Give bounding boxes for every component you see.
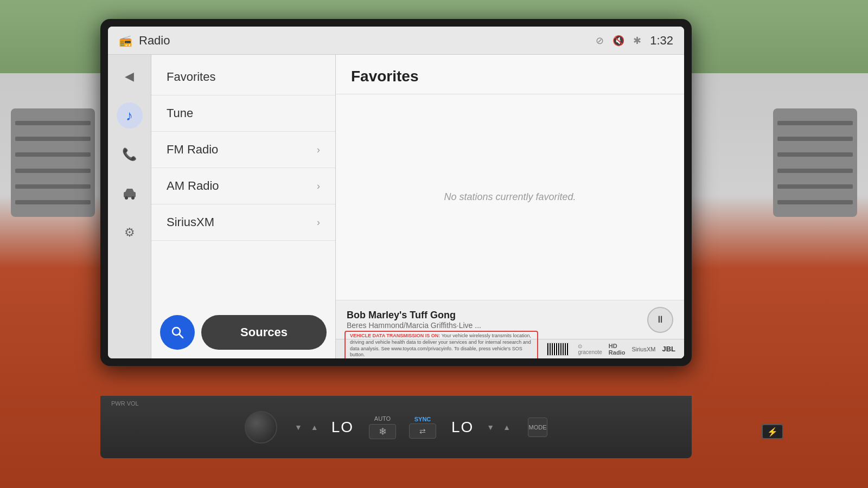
temp-arrow-up-left[interactable]: ▲ <box>311 423 318 432</box>
barcode <box>547 343 569 356</box>
notice-box: VEHICLE DATA TRANSMISSION IS ON: Your ve… <box>344 331 538 358</box>
menu-items-list: Favorites Tune FM Radio › AM Radio › Sir <box>151 55 335 306</box>
right-vent <box>773 108 857 217</box>
mute-icon: 🔇 <box>612 35 624 47</box>
gear-icon: ⚙ <box>124 226 135 240</box>
menu-item-tune[interactable]: Tune <box>151 95 335 132</box>
svg-rect-0 <box>124 192 136 197</box>
jbl-logo: JBL <box>662 345 675 353</box>
temp-right-display: LO <box>451 419 474 436</box>
content-body: No stations currently favorited. <box>336 94 684 300</box>
menu-item-fm-radio[interactable]: FM Radio › <box>151 132 335 168</box>
bluetooth-icon: ✱ <box>633 35 641 47</box>
temp-arrow-up-right[interactable]: ▲ <box>503 423 510 432</box>
search-icon <box>170 325 184 339</box>
menu-bottom: Sources <box>151 306 335 358</box>
content-panel: Favorites No stations currently favorite… <box>336 55 684 358</box>
gracenote-logo: ⊙ gracenote <box>578 343 602 355</box>
menu-panel: Favorites Tune FM Radio › AM Radio › Sir <box>151 55 336 358</box>
empty-state-message: No stations currently favorited. <box>444 191 576 203</box>
fan-icon: ❄ <box>379 426 387 438</box>
music-note-icon: ♪ <box>126 107 133 124</box>
notice-bar: VEHICLE DATA TRANSMISSION IS ON: Your ve… <box>336 339 684 358</box>
car-icon <box>122 188 137 200</box>
navigation-arrow-icon: ◀ <box>125 69 134 84</box>
now-playing-subtitle: Beres Hammond/Marcia Griffiths·Live ... <box>347 321 639 330</box>
screen-title: Radio <box>139 34 170 48</box>
fm-radio-arrow-icon: › <box>317 144 320 156</box>
siriusxm-logo: SiriusXM <box>631 346 655 352</box>
menu-item-am-radio[interactable]: AM Radio › <box>151 168 335 204</box>
siriusxm-arrow-icon: › <box>317 217 320 228</box>
menu-item-favorites[interactable]: Favorites <box>151 59 335 95</box>
tune-label: Tune <box>167 106 193 120</box>
am-radio-arrow-icon: › <box>317 181 320 192</box>
mode-button[interactable]: MODE <box>528 418 547 437</box>
content-header: Favorites <box>336 55 684 94</box>
sidebar-item-settings[interactable]: ⚙ <box>117 220 143 246</box>
radio-header-icon: 📻 <box>119 34 132 47</box>
left-vent <box>11 108 95 217</box>
temp-arrow-down-right[interactable]: ▼ <box>487 423 494 432</box>
screen-bezel: 📻 Radio ⊘ 🔇 ✱ 1:32 ◀ ♪ 📞 <box>100 19 692 366</box>
fm-radio-label: FM Radio <box>167 143 218 157</box>
notice-logos: ⊙ gracenote HD Radio SiriusXM JBL <box>578 343 675 356</box>
sidebar-item-music[interactable]: ♪ <box>117 102 143 129</box>
phone-icon: 📞 <box>122 147 137 162</box>
sources-button[interactable]: Sources <box>201 315 327 350</box>
sync-label: SYNC <box>414 416 431 422</box>
power-volume-knob[interactable] <box>245 411 277 444</box>
pause-button[interactable]: ⏸ <box>647 307 673 333</box>
search-button[interactable] <box>160 315 195 350</box>
hd-radio-logo: HD Radio <box>609 343 626 356</box>
svg-point-3 <box>131 196 135 200</box>
usb-port[interactable]: ⚡ <box>762 424 783 439</box>
sidebar-item-phone[interactable]: 📞 <box>117 142 143 168</box>
auto-label[interactable]: AUTO <box>374 415 391 422</box>
pause-icon: ⏸ <box>655 314 665 325</box>
pwr-vol-label: PWR VOL <box>111 400 139 407</box>
top-bar-right: ⊘ 🔇 ✱ 1:32 <box>596 34 673 48</box>
wireless-charging-icon: ⊘ <box>596 35 604 47</box>
svg-point-2 <box>125 196 128 200</box>
temp-left-display: LO <box>331 419 354 436</box>
am-radio-label: AM Radio <box>167 179 219 193</box>
main-content: ◀ ♪ 📞 ⚙ <box>108 55 684 358</box>
sidebar: ◀ ♪ 📞 ⚙ <box>108 55 151 358</box>
clock-display: 1:32 <box>650 34 673 48</box>
now-playing-title: Bob Marley's Tuff Gong <box>347 310 639 321</box>
now-playing-info: Bob Marley's Tuff Gong Beres Hammond/Mar… <box>347 310 639 330</box>
physical-controls: PWR VOL ▼ ▲ LO AUTO ❄ SYNC ⇄ LO ▼ ▲ MODE <box>100 396 692 458</box>
svg-line-5 <box>179 334 183 338</box>
screen: 📻 Radio ⊘ 🔇 ✱ 1:32 ◀ ♪ 📞 <box>108 27 684 358</box>
favorites-label: Favorites <box>167 70 215 84</box>
menu-item-siriusxm[interactable]: SiriusXM › <box>151 204 335 241</box>
usb-icon: ⚡ <box>767 427 778 437</box>
svg-marker-1 <box>125 189 134 192</box>
temp-arrow-down-left[interactable]: ▼ <box>295 423 302 432</box>
content-title: Favorites <box>351 68 419 85</box>
sync-button[interactable]: ⇄ <box>409 423 436 439</box>
siriusxm-label: SiriusXM <box>167 215 214 229</box>
sidebar-item-car[interactable] <box>117 181 143 207</box>
notice-title: VEHICLE DATA TRANSMISSION IS ON: <box>350 333 440 338</box>
top-bar: 📻 Radio ⊘ 🔇 ✱ 1:32 <box>108 27 684 55</box>
top-bar-left: 📻 Radio <box>119 34 170 48</box>
sidebar-item-navigation[interactable]: ◀ <box>117 63 143 89</box>
